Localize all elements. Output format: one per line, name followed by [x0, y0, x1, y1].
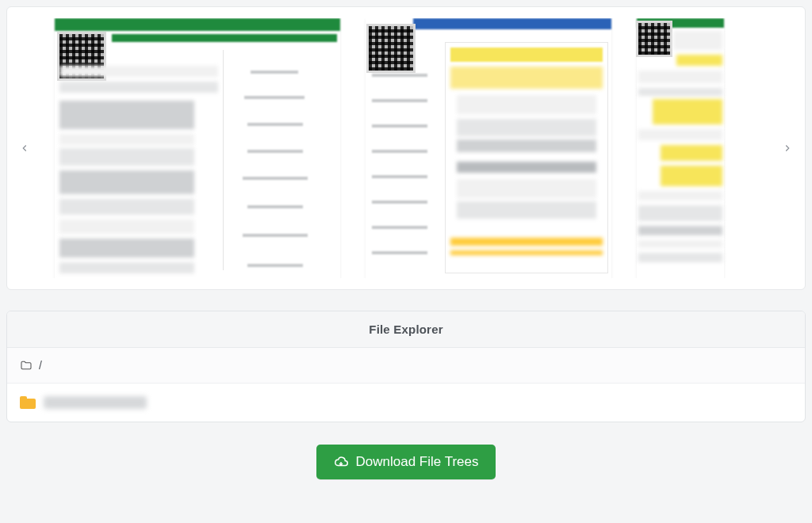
file-name-redacted: [44, 396, 147, 409]
carousel-track: [13, 18, 799, 278]
folder-icon: [20, 396, 36, 409]
file-explorer: File Explorer /: [6, 311, 806, 422]
download-button-label: Download File Trees: [356, 454, 479, 470]
download-file-trees-button[interactable]: Download File Trees: [316, 445, 496, 479]
breadcrumb-root: /: [39, 359, 42, 372]
preview-expenses-sheet[interactable]: [637, 18, 724, 278]
carousel-prev-button[interactable]: [13, 137, 36, 159]
download-section: Download File Trees: [6, 445, 806, 479]
cloud-download-icon: [334, 455, 348, 469]
file-explorer-title: File Explorer: [7, 311, 805, 348]
folder-outline-icon: [20, 359, 33, 372]
preview-yellow-catalog[interactable]: [366, 18, 611, 278]
chevron-left-icon: [19, 143, 30, 154]
breadcrumb[interactable]: /: [7, 348, 805, 384]
qr-code-icon: [638, 23, 670, 55]
carousel-next-button[interactable]: [776, 137, 799, 159]
preview-spreadsheet-appraisal[interactable]: [55, 18, 340, 278]
qr-code-icon: [369, 26, 413, 71]
file-row-folder[interactable]: [7, 384, 805, 422]
chevron-right-icon: [782, 143, 793, 154]
image-carousel: [6, 6, 806, 290]
